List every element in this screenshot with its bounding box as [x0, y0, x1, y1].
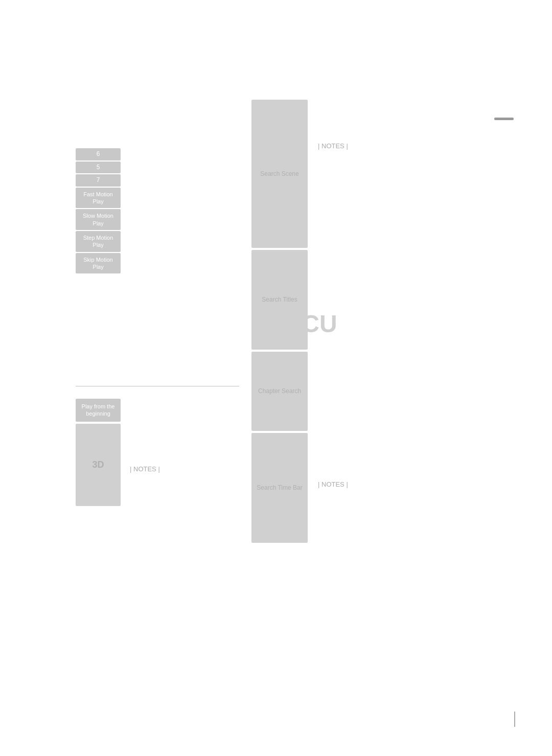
number-button-6[interactable]: 6 [76, 148, 121, 161]
slow-motion-play-button[interactable]: Slow Motion Play [76, 209, 121, 230]
skip-motion-play-button[interactable]: Skip Motion Play [76, 253, 121, 274]
notes-label-top-right[interactable]: | NOTES | [318, 142, 348, 150]
left-motion-column: 6 5 7 Fast Motion Play Slow Motion Play … [76, 148, 121, 273]
three-d-block[interactable]: 3D [76, 424, 121, 506]
number-button-5[interactable]: 5 [76, 162, 121, 174]
cu-label: CU [287, 277, 352, 371]
vertical-line-bottom-right [514, 712, 515, 727]
notes-label-bottom-right[interactable]: | NOTES | [318, 480, 348, 488]
step-motion-play-button[interactable]: Step Motion Play [76, 231, 121, 252]
search-scene-button[interactable]: Search Scene [251, 100, 308, 248]
left-section-divider [76, 386, 239, 386]
main-container: | NOTES | 6 5 7 Fast Motion Play Slow Mo… [0, 0, 552, 756]
minimize-icon[interactable] [494, 118, 514, 120]
number-button-7[interactable]: 7 [76, 174, 121, 187]
search-time-bar-button[interactable]: Search Time Bar [251, 433, 308, 543]
play-from-beginning-button[interactable]: Play from the beginning [76, 399, 121, 422]
notes-label-left[interactable]: | NOTES | [130, 465, 160, 473]
fast-motion-play-button[interactable]: Fast Motion Play [76, 188, 121, 209]
bottom-left-column: Play from the beginning 3D [76, 399, 121, 506]
